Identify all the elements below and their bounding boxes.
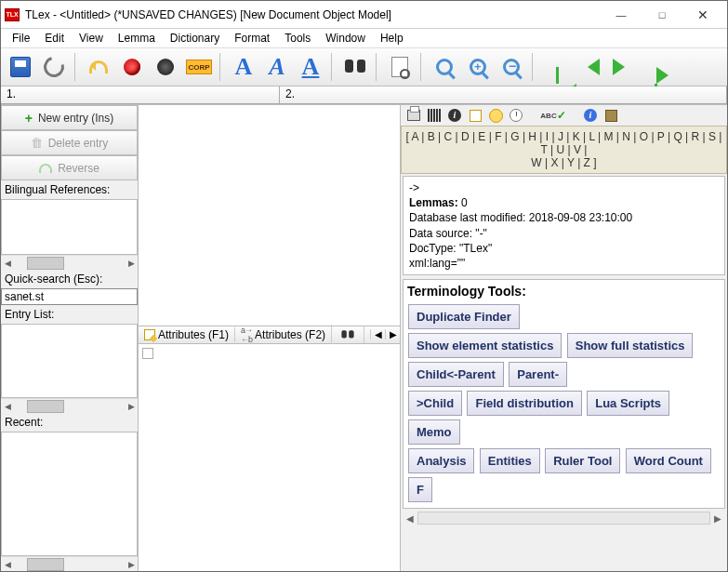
analysis-button[interactable]: Analysis <box>408 448 474 473</box>
seal-red-button[interactable] <box>116 51 148 83</box>
lemmas-count: 0 <box>461 196 468 209</box>
column-header-1[interactable]: 1. <box>1 86 280 104</box>
font-a-icon: A <box>235 53 253 81</box>
reverse-button[interactable]: Reverse <box>1 155 138 180</box>
new-entry-label: New entry (Ins) <box>38 112 113 125</box>
preview-button[interactable] <box>384 51 416 83</box>
menu-lemma[interactable]: Lemma <box>111 30 163 47</box>
parent-button[interactable]: Parent- <box>509 362 567 387</box>
find-button[interactable] <box>339 51 371 83</box>
f-button[interactable]: F <box>408 477 432 502</box>
quick-search-input[interactable] <box>1 288 138 305</box>
package-button[interactable] <box>603 108 618 123</box>
info-panel: -> Lemmas: 0 Database last modified: 201… <box>403 176 725 275</box>
child-button[interactable]: >Child <box>408 391 462 416</box>
underline-button[interactable]: A <box>295 51 326 83</box>
delete-entry-label: Delete entry <box>48 137 109 150</box>
recent-scrollbar[interactable]: ◀▶ <box>1 556 138 571</box>
editor-area[interactable] <box>139 105 400 326</box>
reverse-icon <box>39 164 52 173</box>
alphabet-strip[interactable]: [ A | B | C | D | E | F | G | H | I | J … <box>401 126 727 174</box>
font-a-underline-icon: A <box>302 53 320 81</box>
right-panel: i ABC✓ i [ A | B | C | D | E | F | G | H… <box>401 105 727 571</box>
app-icon: TLX <box>5 8 20 21</box>
zoom-icon <box>436 59 453 75</box>
main-area: + New entry (Ins) 🗑 Delete entry Reverse… <box>1 105 727 571</box>
word-count-button[interactable]: Word Count <box>626 448 711 473</box>
attributes-panel[interactable] <box>139 344 400 572</box>
barcode-button[interactable] <box>427 108 442 123</box>
edit-icon <box>470 110 482 122</box>
info-dark-button[interactable]: i <box>447 108 462 123</box>
entities-button[interactable]: Entities <box>480 448 540 473</box>
reload-button[interactable] <box>38 51 70 83</box>
memo-button[interactable]: Memo <box>408 419 460 445</box>
save-button[interactable] <box>5 51 36 83</box>
menu-help[interactable]: Help <box>373 30 411 47</box>
spellcheck-button[interactable]: ABC✓ <box>546 108 561 123</box>
clock-button[interactable] <box>509 108 523 123</box>
column-header-strip: 1. 2. <box>1 86 727 105</box>
bilingual-refs-box[interactable] <box>1 199 138 255</box>
undo-icon <box>89 60 108 73</box>
tools-title: Terminology Tools: <box>407 284 721 299</box>
close-button[interactable]: ✕ <box>682 2 723 28</box>
nav-first-button[interactable] <box>540 51 572 83</box>
zoom-in-button[interactable] <box>462 51 494 83</box>
nav-next-button[interactable] <box>607 51 639 83</box>
menu-bar: File Edit View Lemma Dictionary Format T… <box>1 29 727 47</box>
attributes-tab-f1[interactable]: Attributes (F1) <box>139 327 235 342</box>
zoom-out-button[interactable] <box>496 51 527 83</box>
entry-list-scrollbar[interactable]: ◀▶ <box>1 398 138 413</box>
bold-button[interactable]: A <box>228 51 259 83</box>
attr-tab2-label: Attributes (F2) <box>255 328 325 341</box>
field-distribution-button[interactable]: Field distribution <box>467 391 581 416</box>
attr-checkbox[interactable] <box>142 348 153 359</box>
zoom-reset-button[interactable] <box>429 51 460 83</box>
info-button[interactable]: i <box>583 108 598 123</box>
maximize-button[interactable]: □ <box>642 2 682 28</box>
box-icon <box>605 110 617 122</box>
attr-nav-prev[interactable]: ◀ <box>370 329 385 339</box>
entry-list-box[interactable] <box>1 324 138 398</box>
menu-edit[interactable]: Edit <box>37 30 72 47</box>
entry-list-label: Entry List: <box>1 305 138 324</box>
biling-scrollbar[interactable]: ◀▶ <box>1 255 138 270</box>
undo-button[interactable] <box>83 51 114 83</box>
attr-nav-next[interactable]: ▶ <box>385 329 400 339</box>
ruler-tool-button[interactable]: Ruler Tool <box>545 448 620 473</box>
nav-prev-button[interactable] <box>574 51 605 83</box>
duplicate-finder-button[interactable]: Duplicate Finder <box>408 304 520 329</box>
column-header-2[interactable]: 2. <box>280 86 727 104</box>
nav-last-button[interactable] <box>641 51 672 83</box>
print-button[interactable] <box>406 108 421 123</box>
new-entry-button[interactable]: + New entry (Ins) <box>1 105 138 130</box>
child-parent-button[interactable]: Child<-Parent <box>408 362 504 387</box>
menu-view[interactable]: View <box>72 30 111 47</box>
menu-file[interactable]: File <box>5 30 37 47</box>
seal-black-button[interactable] <box>150 51 181 83</box>
italic-button[interactable]: A <box>261 51 293 83</box>
data-source-line: Data source: "-" <box>409 226 719 241</box>
menu-tools[interactable]: Tools <box>277 30 318 47</box>
menu-window[interactable]: Window <box>318 30 373 47</box>
corp-button[interactable]: CORP <box>183 51 215 83</box>
attributes-find[interactable] <box>332 326 364 343</box>
check-icon: ✓ <box>557 109 566 122</box>
attributes-tab-f2[interactable]: a→←bAttributes (F2) <box>235 325 332 345</box>
seal-black-icon <box>157 59 174 75</box>
menu-dictionary[interactable]: Dictionary <box>163 30 227 47</box>
face-button[interactable] <box>488 108 503 123</box>
delete-entry-button[interactable]: 🗑 Delete entry <box>1 130 138 155</box>
toolbar-separator <box>74 53 78 81</box>
attr-tab1-label: Attributes (F1) <box>158 328 229 341</box>
right-scrollbar[interactable]: ◀▶ <box>403 511 725 525</box>
edit-button[interactable] <box>468 108 483 123</box>
minimize-button[interactable]: — <box>601 2 642 28</box>
menu-format[interactable]: Format <box>227 30 277 47</box>
lua-scripts-button[interactable]: Lua Scripts <box>587 391 669 416</box>
recent-box[interactable] <box>1 432 138 556</box>
face-icon <box>489 109 503 123</box>
show-full-stats-button[interactable]: Show full statistics <box>567 333 694 358</box>
show-element-stats-button[interactable]: Show element statistics <box>408 333 562 358</box>
